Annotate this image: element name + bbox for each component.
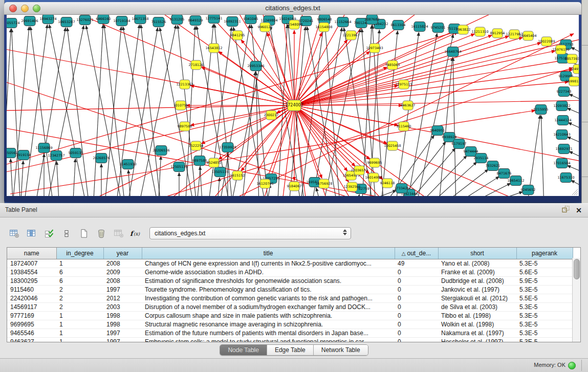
show-columns-icon[interactable] <box>25 226 39 241</box>
graph-node[interactable]: 7515526 <box>151 17 166 27</box>
cell-pagerank[interactable]: 5.3E-5 <box>516 329 573 338</box>
network-canvas[interactable]: 1405572420691406189432741065328713276021… <box>7 15 579 196</box>
cell-name[interactable]: 18724007 <box>7 259 56 268</box>
window-titlebar[interactable]: citations_edges.txt <box>4 2 581 15</box>
resize-grip[interactable] <box>572 189 578 195</box>
cell-year[interactable]: 1997 <box>103 338 142 343</box>
tab-network-table[interactable]: Network Table <box>314 345 368 355</box>
column-header-year[interactable]: year <box>103 248 142 259</box>
graph-node[interactable]: 16892311 <box>224 17 241 27</box>
graph-node[interactable]: 9184067 <box>287 182 302 191</box>
cell-title[interactable]: Changes of HCN gene expression and I(f) … <box>142 259 395 268</box>
cell-short[interactable]: Yano et al. (2008) <box>438 259 516 268</box>
network-graph[interactable]: 1405572420691406189432741065328713276021… <box>7 15 579 196</box>
graph-node[interactable]: 9897588 <box>178 122 192 131</box>
create-table-icon[interactable] <box>77 226 91 241</box>
cell-pagerank[interactable]: 5.3E-5 <box>516 303 573 312</box>
cell-name[interactable]: 19384554 <box>7 268 56 277</box>
tab-edge-table[interactable]: Edge Table <box>267 345 314 355</box>
cell-title[interactable]: Tourette syndrome. Phenomenology and cla… <box>142 286 395 294</box>
graph-node[interactable]: 9699695 <box>367 158 382 167</box>
cell-name[interactable]: 22420046 <box>7 294 56 303</box>
cell-out_degree[interactable]: 0 <box>395 303 438 312</box>
graph-node[interactable]: 6466160 <box>96 15 111 24</box>
cell-year[interactable]: 1997 <box>103 286 142 294</box>
select-rows-icon[interactable] <box>42 226 56 241</box>
cell-in_degree[interactable]: 2 <box>56 294 103 303</box>
graph-node[interactable]: 2300217 <box>264 111 279 120</box>
cell-out_degree[interactable]: 0 <box>395 277 438 286</box>
graph-node[interactable]: 16154808 <box>315 23 332 32</box>
graph-node[interactable]: 2087682 <box>365 15 380 25</box>
graph-node[interactable]: 6179197 <box>452 139 467 149</box>
table-scrollbar[interactable] <box>572 258 580 342</box>
cell-short[interactable]: Stergiakouli et al. (2012) <box>438 294 516 303</box>
graph-node[interactable]: 12444124 <box>554 116 571 125</box>
cell-name[interactable]: 18300295 <box>7 277 56 286</box>
graph-node[interactable]: 11211310 <box>471 27 488 36</box>
graph-node[interactable]: 2718126 <box>189 60 204 70</box>
graph-node[interactable]: 7963822 <box>456 25 471 34</box>
graph-node[interactable]: 1010755 <box>173 101 188 110</box>
cell-short[interactable]: de Silva et al. (2003) <box>438 303 516 312</box>
graph-node[interactable]: 20268576 <box>93 154 110 163</box>
graph-node[interactable]: 9115460 <box>397 122 411 131</box>
graph-node[interactable]: 11152664 <box>334 17 351 27</box>
graph-node[interactable]: 12775141 <box>205 15 222 24</box>
graph-node[interactable]: 8649329 <box>188 16 203 26</box>
cell-short[interactable]: Tibbo et al. (1998) <box>438 312 516 320</box>
graph-node[interactable]: 10973493 <box>366 43 383 53</box>
graph-node[interactable]: 9960124 <box>258 23 273 32</box>
cell-out_degree[interactable]: 0 <box>395 338 438 343</box>
graph-node[interactable]: 9341045 <box>244 15 258 24</box>
cell-name[interactable]: 9465546 <box>7 329 56 338</box>
graph-node[interactable]: 8471676 <box>497 169 512 179</box>
cell-name[interactable]: 9463627 <box>7 338 56 343</box>
cell-name[interactable]: 9115460 <box>7 286 56 294</box>
cell-pagerank[interactable]: 5.3E-5 <box>516 259 573 268</box>
tab-node-table[interactable]: Node Table <box>220 345 267 355</box>
cell-name[interactable]: 9777169 <box>7 312 56 320</box>
graph-node[interactable]: 9227343 <box>557 87 572 97</box>
graph-node[interactable]: 17016504 <box>553 159 570 168</box>
graph-node[interactable]: 20691406 <box>21 16 38 26</box>
graph-node[interactable]: 9841295 <box>230 31 245 40</box>
graph-node[interactable]: 7522254 <box>189 141 204 150</box>
graph-node[interactable]: 10654112 <box>507 176 524 186</box>
cell-title[interactable]: Estimation of the future numbers of pati… <box>142 329 395 338</box>
column-header-out_degree[interactable]: △out_de... <box>395 248 438 259</box>
graph-node[interactable]: 7832621 <box>486 161 500 171</box>
cell-out_degree[interactable]: 0 <box>395 268 438 277</box>
cell-short[interactable]: Hescheler et al. (1997) <box>438 338 516 343</box>
minimize-button[interactable] <box>21 5 29 12</box>
cell-pagerank[interactable]: 5.3E-5 <box>516 320 573 329</box>
scrollbar-thumb[interactable] <box>574 259 580 279</box>
cell-year[interactable]: 2008 <box>103 277 142 286</box>
cell-title[interactable]: Embryonic stem cells: a model to study s… <box>142 338 395 343</box>
cell-year[interactable]: 2008 <box>103 259 142 268</box>
graph-node[interactable]: 20953346 <box>247 61 264 71</box>
cell-in_degree[interactable]: 1 <box>56 259 103 268</box>
graph-node[interactable]: 9897588 <box>192 156 207 166</box>
graph-node[interactable]: 9640951 <box>430 126 445 136</box>
column-header-title[interactable]: title <box>142 248 395 259</box>
cell-pagerank[interactable]: 5.3E-5 <box>516 312 573 320</box>
cell-title[interactable]: Investigating the contribution of common… <box>142 294 395 303</box>
cell-out_degree[interactable]: 0 <box>395 320 438 329</box>
cell-name[interactable]: 9699695 <box>7 320 56 329</box>
graph-node[interactable]: 16210643 <box>553 130 570 140</box>
table-options-icon[interactable] <box>7 226 21 241</box>
cell-title[interactable]: Disruption of a novel member of a sodium… <box>142 303 395 312</box>
graph-node[interactable]: 12213967 <box>342 31 359 40</box>
graph-node[interactable]: 5059135 <box>69 148 83 158</box>
column-header-pagerank[interactable]: pagerank <box>516 248 573 259</box>
cell-pagerank[interactable]: 5.5E-5 <box>516 294 573 303</box>
graph-node[interactable]: 1615152 <box>230 171 245 180</box>
cell-short[interactable]: Franke et al. (2009) <box>438 268 516 277</box>
cell-year[interactable]: 2009 <box>103 268 142 277</box>
cell-in_degree[interactable]: 6 <box>56 277 103 286</box>
column-header-name[interactable]: name <box>7 248 56 259</box>
row-height-icon[interactable] <box>59 226 74 241</box>
delete-table-icon[interactable] <box>94 226 108 241</box>
zoom-button[interactable] <box>33 5 40 12</box>
